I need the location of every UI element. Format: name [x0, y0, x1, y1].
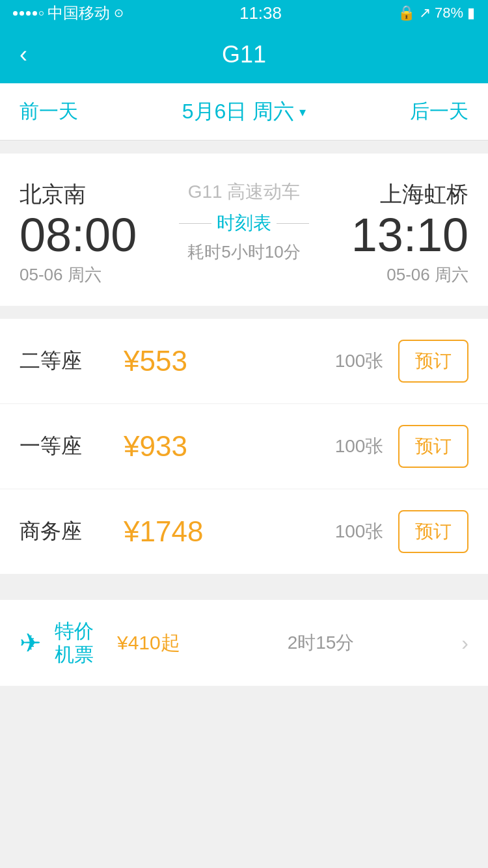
seat-type-first: 一等座	[20, 432, 111, 461]
separator-2	[0, 574, 488, 587]
price-second: ¥553	[124, 345, 320, 377]
signal-dots	[13, 11, 44, 16]
schedule-link-row: 时刻表	[179, 211, 309, 236]
flight-label-line2: 机票	[55, 643, 94, 666]
count-business: 100张	[320, 519, 398, 544]
current-date[interactable]: 5月6日 周六 ▾	[182, 98, 306, 126]
prev-day-button[interactable]: 前一天	[20, 98, 78, 125]
seat-type-second: 二等座	[20, 347, 111, 375]
lock-icon: 🔒	[398, 5, 415, 21]
seat-type-business: 商务座	[20, 517, 111, 546]
train-info-top: 北京南 08:00 05-06 周六 G11 高速动车 时刻表 耗时5小时10分…	[20, 180, 468, 286]
book-button-business[interactable]: 预订	[398, 510, 468, 553]
dest-block: 上海虹桥 13:10 05-06 周六	[351, 180, 468, 286]
arrival-date: 05-06 周六	[386, 264, 468, 286]
flight-label-line1: 特价	[55, 619, 94, 643]
ticket-row-first-class: 一等座 ¥933 100张 预订	[0, 404, 488, 489]
status-bar-right: 🔒 ↗ 78% ▮	[398, 5, 475, 21]
battery-icon: ▮	[467, 5, 475, 21]
battery-label: 78%	[435, 5, 463, 21]
departure-time: 08:00	[20, 210, 137, 261]
book-button-first[interactable]: 预订	[398, 425, 468, 468]
wifi-icon: ⊙	[114, 6, 124, 20]
arrival-time: 13:10	[351, 210, 468, 261]
status-bar: 中国移动 ⊙ 11:38 🔒 ↗ 78% ▮	[0, 0, 488, 26]
location-icon: ↗	[419, 5, 431, 21]
flight-row[interactable]: ✈ 特价 机票 ¥410起 2时15分 ›	[0, 600, 488, 686]
train-center-info: G11 高速动车 时刻表 耗时5小时10分	[137, 180, 351, 264]
train-info-card: 北京南 08:00 05-06 周六 G11 高速动车 时刻表 耗时5小时10分…	[0, 154, 488, 306]
schedule-link[interactable]: 时刻表	[217, 211, 271, 236]
train-number: G11 高速动车	[188, 180, 301, 204]
separator-1	[0, 306, 488, 319]
next-day-button[interactable]: 后一天	[410, 98, 468, 125]
duration-label: 耗时5小时10分	[187, 241, 300, 264]
date-navigation: 前一天 5月6日 周六 ▾ 后一天	[0, 83, 488, 141]
departure-date: 05-06 周六	[20, 264, 137, 286]
count-first: 100张	[320, 434, 398, 459]
plane-icon: ✈	[20, 628, 42, 658]
origin-block: 北京南 08:00 05-06 周六	[20, 180, 137, 286]
back-button[interactable]: ‹	[20, 41, 27, 68]
line-right	[277, 223, 309, 224]
content-background	[0, 686, 488, 868]
flight-section[interactable]: ✈ 特价 机票 ¥410起 2时15分 ›	[0, 600, 488, 686]
chevron-right-icon: ›	[461, 631, 468, 655]
price-business: ¥1748	[124, 515, 320, 548]
current-date-label: 5月6日 周六	[182, 98, 294, 126]
flight-price: ¥410起	[117, 630, 180, 657]
dest-station-name: 上海虹桥	[380, 180, 468, 210]
book-button-second[interactable]: 预订	[398, 340, 468, 383]
status-bar-left: 中国移动 ⊙	[13, 3, 124, 23]
header: ‹ G11	[0, 26, 488, 83]
ticket-row-business: 商务座 ¥1748 100张 预订	[0, 489, 488, 574]
flight-duration: 2时15分	[193, 631, 449, 655]
ticket-section: 二等座 ¥553 100张 预订 一等座 ¥933 100张 预订 商务座 ¥1…	[0, 319, 488, 574]
line-left	[179, 223, 211, 224]
price-first: ¥933	[124, 430, 320, 463]
header-title: G11	[222, 41, 266, 68]
ticket-row-second-class: 二等座 ¥553 100张 预订	[0, 319, 488, 404]
count-second: 100张	[320, 349, 398, 373]
flight-label: 特价 机票	[55, 619, 94, 666]
status-bar-time: 11:38	[239, 3, 282, 23]
origin-station-name: 北京南	[20, 180, 137, 210]
carrier-label: 中国移动	[47, 3, 110, 23]
date-dropdown-icon: ▾	[299, 104, 306, 120]
